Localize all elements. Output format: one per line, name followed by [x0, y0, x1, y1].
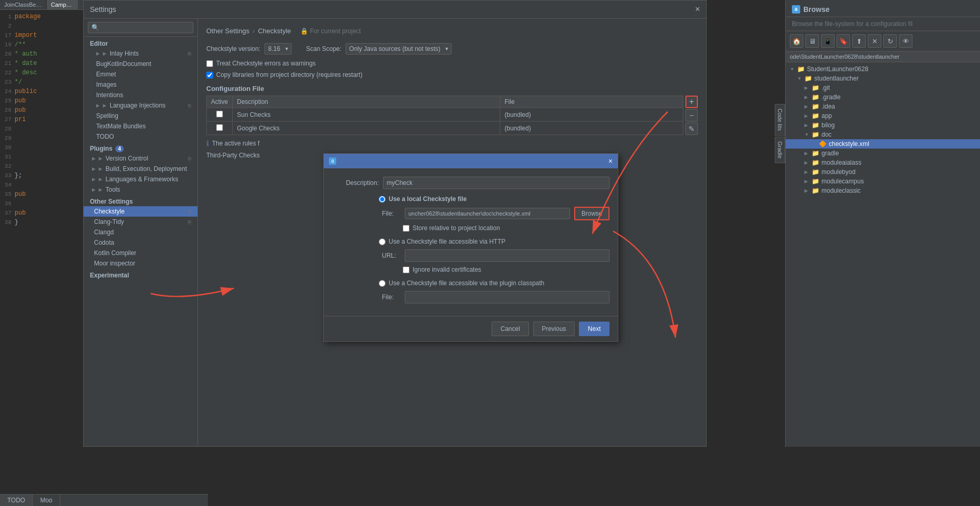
android-button[interactable]: 📱 [821, 34, 835, 48]
sidebar-item-tools[interactable]: ▶ Tools [84, 184, 197, 195]
sidebar-item-emmet[interactable]: Emmet [84, 69, 197, 79]
copy-libraries-checkbox[interactable] [206, 72, 213, 78]
path-bar: ode\StudentLauncher0628\studentlauncher [786, 51, 980, 62]
plugins-badge: 4 [115, 145, 124, 152]
bookmark-button[interactable]: 🔖 [837, 34, 850, 48]
http-label[interactable]: Use a Checkstyle file accessible via HTT… [389, 238, 506, 245]
sidebar-item-moor-inspector[interactable]: Moor inspector [84, 258, 197, 269]
bottom-tab-moo[interactable]: Moo [33, 495, 60, 506]
bottom-tab-todo[interactable]: TODO [0, 495, 33, 506]
sidebar-item-language-injections[interactable]: ▶ Language Injections ⎘ [84, 100, 197, 111]
tree-item-moduleclassic[interactable]: ▶ 📁 moduleclassic [786, 186, 980, 195]
edit-config-button[interactable]: ✎ [685, 123, 698, 135]
description-input[interactable] [383, 177, 610, 189]
close-icon[interactable]: × [695, 5, 700, 14]
sidebar-item-inlay-hints[interactable]: ▶ Inlay Hints ⎘ [84, 48, 197, 59]
classpath-radio[interactable] [379, 280, 386, 287]
classpath-label[interactable]: Use a Checkstyle file accessible via the… [389, 279, 544, 287]
version-select-wrapper[interactable]: 8.16 [264, 43, 292, 55]
tree-item-gradle-dir[interactable]: ▶ 📁 gradle [786, 149, 980, 158]
active-checkbox-2[interactable] [216, 124, 223, 131]
tree-item-modulebyod[interactable]: ▶ 📁 modulebyod [786, 167, 980, 177]
new-folder-button[interactable]: 👁 [899, 34, 912, 48]
table-container: Active Description File Sun Checks (bund… [206, 96, 698, 135]
url-row: URL: [382, 249, 610, 262]
breadcrumb-child: Checkstyle [258, 27, 291, 35]
cancel-button[interactable]: Cancel [492, 322, 528, 336]
sidebar-item-codota[interactable]: Codota [84, 237, 197, 248]
dialog-footer: Cancel Previous Next [324, 316, 618, 341]
version-label: Checkstyle version: [206, 45, 260, 52]
sidebar-item-images[interactable]: Images [84, 79, 197, 90]
folder-up-button[interactable]: ⬆ [852, 34, 866, 48]
sidebar-item-clangd[interactable]: Clangd [84, 227, 197, 237]
bottom-bar: TODO Moo [0, 494, 208, 506]
sidebar-item-spelling[interactable]: Spelling [84, 111, 197, 121]
sidebar-item-kotlin-compiler[interactable]: Kotlin Compiler [84, 248, 197, 258]
tree-item-app[interactable]: ▶ 📁 app [786, 111, 980, 121]
browse-button[interactable]: Browse [574, 207, 610, 220]
remove-config-button[interactable]: − [685, 109, 698, 122]
tree-item-studentlauncher[interactable]: ▼ 📁 studentlauncher [786, 74, 980, 83]
active-checkbox-1[interactable] [216, 111, 223, 117]
sidebar-item-clang-tidy[interactable]: Clang-Tidy ⎘ [84, 217, 197, 227]
add-config-button[interactable]: + [685, 96, 698, 108]
settings-titlebar: Settings × [84, 1, 706, 19]
version-select[interactable]: 8.16 [264, 43, 292, 55]
ignore-cert-label[interactable]: Ignore invalid certificates [413, 266, 481, 273]
store-relative-checkbox[interactable] [403, 225, 409, 232]
ignore-cert-row: Ignore invalid certificates [403, 266, 610, 273]
classpath-option: Use a Checkstyle file accessible via the… [332, 279, 610, 287]
browse-toolbar: 🏠 🖥 📱 🔖 ⬆ ✕ ↻ 👁 [786, 31, 980, 51]
sidebar-item-build[interactable]: ▶ Build, Execution, Deployment [84, 164, 197, 174]
close-browse-button[interactable]: ✕ [868, 34, 881, 48]
version-row: Checkstyle version: 8.16 Scan Scope: Onl… [206, 43, 698, 55]
sidebar-item-intentions[interactable]: Intentions [84, 90, 197, 100]
sidebar-item-languages[interactable]: ▶ Languages & Frameworks [84, 174, 197, 184]
sidebar-item-textmate[interactable]: TextMate Bundles [84, 121, 197, 131]
store-relative-label[interactable]: Store relative to project location [413, 224, 500, 232]
side-tab-code-lits[interactable]: Code lits [775, 104, 785, 136]
url-label: URL: [382, 252, 401, 259]
home-button[interactable]: 🏠 [790, 34, 803, 48]
tree-item-bilog[interactable]: ▶ 📁 bilog [786, 121, 980, 130]
copy-icon5: ⎘ [188, 219, 191, 225]
scan-scope-label: Scan Scope: [306, 45, 341, 52]
expand-icon: ▶ [103, 51, 107, 56]
tree-item-moduleaialass[interactable]: ▶ 📁 moduleaialass [786, 158, 980, 167]
sidebar-item-version-control[interactable]: ▶ Version Control ⎘ [84, 153, 197, 164]
dialog-close-icon[interactable]: × [608, 157, 613, 165]
local-file-label[interactable]: Use a local Checkstyle file [389, 195, 467, 203]
file-path-input[interactable] [405, 208, 570, 219]
code-tab-1[interactable]: JoinClassBean.ja... [0, 0, 47, 9]
url-input[interactable] [405, 249, 610, 262]
previous-button[interactable]: Previous [533, 322, 575, 336]
http-radio[interactable] [379, 238, 386, 245]
sidebar-item-checkstyle[interactable]: Checkstyle ⎘ [84, 206, 197, 217]
tree-item-checkstyle-xml[interactable]: 🔶 checkstyle.xml [786, 139, 980, 149]
tree-item-idea[interactable]: ▶ 📁 .idea [786, 102, 980, 111]
tree-item-modulecampus[interactable]: ▶ 📁 modulecampus [786, 177, 980, 186]
scan-scope-select-wrapper[interactable]: Only Java sources (but not tests) [346, 43, 452, 55]
tree-item-gradle[interactable]: ▶ 📁 .gradle [786, 92, 980, 102]
tree-item-doc[interactable]: ▼ 📁 doc [786, 130, 980, 139]
side-tab-gradle[interactable]: Gradle [775, 137, 785, 163]
ignore-cert-checkbox[interactable] [403, 267, 409, 273]
scan-scope-select[interactable]: Only Java sources (but not tests) [346, 43, 452, 55]
sidebar-item-bugkotlin[interactable]: BugKotlinDocument [84, 59, 197, 69]
treat-errors-label[interactable]: Treat Checkstyle errors as warnings [216, 60, 316, 67]
tree-item-git[interactable]: ▶ 📁 .git [786, 83, 980, 92]
sidebar-item-todo[interactable]: TODO [84, 131, 197, 142]
classpath-file-input[interactable] [405, 291, 610, 303]
desktop-button[interactable]: 🖥 [805, 34, 819, 48]
refresh-button[interactable]: ↻ [883, 34, 897, 48]
treat-errors-checkbox[interactable] [206, 60, 213, 67]
search-input[interactable] [88, 22, 193, 33]
next-button[interactable]: Next [579, 322, 610, 336]
tree-item-studentlauncher0628[interactable]: ▼ 📁 StudentLauncher0628 [786, 64, 980, 74]
code-tab-2[interactable]: Campu... [47, 0, 78, 9]
copy-libraries-label[interactable]: Copy libraries from project directory (r… [216, 71, 362, 78]
code-lines: 1package 2 17import 19/** 20 * auth 21 *… [0, 10, 84, 229]
file-cell-2: (bundled) [500, 122, 683, 135]
local-file-radio[interactable] [379, 196, 386, 203]
